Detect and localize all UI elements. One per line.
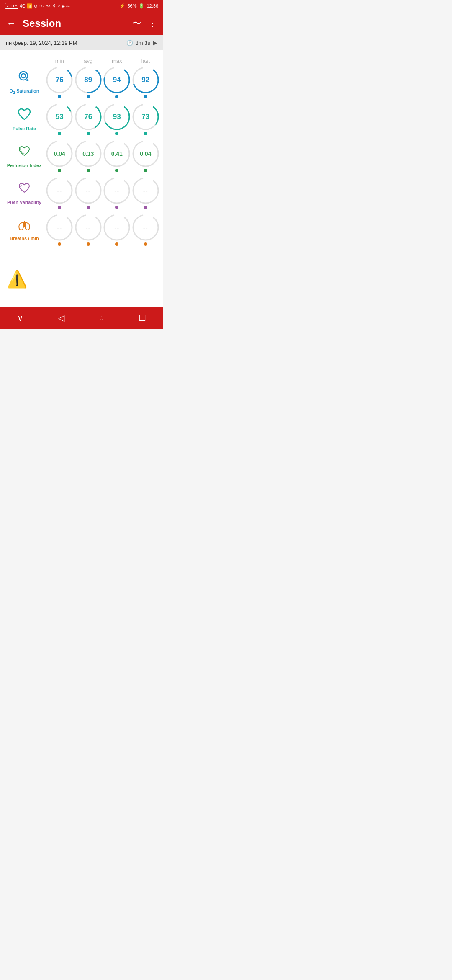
pulse-label: Pulse Rate xyxy=(3,105,45,133)
o2-min-value: 76 xyxy=(56,76,64,84)
warning-section: ⚠️ xyxy=(0,257,163,307)
battery-percent: 56% xyxy=(127,3,136,8)
perfusion-avg-dot xyxy=(87,169,90,172)
page-title: Session xyxy=(23,18,132,29)
o2-avg-value: 89 xyxy=(84,76,92,84)
nav-home-button[interactable]: ○ xyxy=(99,313,104,323)
pleth-max-gauge: -- xyxy=(103,176,131,209)
pleth-min-dot xyxy=(58,206,61,209)
perfusion-avg-gauge: 0.13 xyxy=(74,139,103,172)
breaths-last-gauge: -- xyxy=(131,213,160,246)
o2-avg-dot xyxy=(87,95,90,98)
perfusion-last-gauge: 0.04 xyxy=(131,139,160,172)
back-button[interactable]: ← xyxy=(7,18,16,29)
metric-row-breaths: Breaths / min -- -- xyxy=(3,213,160,246)
o2-min-dot xyxy=(58,95,61,98)
o2-label-text: O2 Saturation xyxy=(9,88,39,95)
o2-icon: 2 xyxy=(17,69,32,87)
pleth-min-value: -- xyxy=(57,187,62,194)
wifi-icon: ⊙ xyxy=(34,4,37,8)
duration-value: 8m 3s xyxy=(136,40,150,46)
svg-text:2: 2 xyxy=(26,77,29,82)
volte-indicator: VoLTE xyxy=(5,3,18,9)
pleth-label: Pleth Variability xyxy=(3,179,45,206)
pulse-avg-dot xyxy=(87,132,90,135)
nav-down-button[interactable]: ∨ xyxy=(17,313,23,323)
pleth-avg-dot xyxy=(87,206,90,209)
col-last: last xyxy=(131,58,160,64)
o2-max-value: 94 xyxy=(113,76,121,84)
session-date: пн февр. 19, 2024, 12:19 PM xyxy=(6,40,77,46)
pulse-min-value: 53 xyxy=(56,113,64,121)
perfusion-min-dot xyxy=(58,169,61,172)
pulse-last-value: 73 xyxy=(141,113,149,121)
o2-avg-gauge: 89 xyxy=(74,66,103,98)
perfusion-avg-value: 0.13 xyxy=(82,150,94,157)
headphone-icon: 🎙 xyxy=(52,4,56,8)
bottom-nav: ∨ ◁ ○ ☐ xyxy=(0,307,163,329)
more-button[interactable]: ⋮ xyxy=(148,18,157,28)
perfusion-last-value: 0.04 xyxy=(140,150,151,157)
perfusion-max-value: 0.41 xyxy=(111,150,123,157)
breaths-max-value: -- xyxy=(114,224,119,231)
breaths-last-dot xyxy=(144,242,147,246)
session-bar: пн февр. 19, 2024, 12:19 PM 🕐 8m 3s ▶ xyxy=(0,35,163,50)
pulse-label-text: Pulse Rate xyxy=(13,126,36,131)
pulse-avg-value: 76 xyxy=(84,113,92,121)
pulse-min-gauge: 53 xyxy=(45,103,74,135)
pleth-max-dot xyxy=(115,206,118,209)
ring-icon: ○ xyxy=(58,4,60,8)
app-bar-actions: 〜 ⋮ xyxy=(132,17,157,30)
metric-row-o2: 2 O2 Saturation 76 xyxy=(3,66,160,98)
pleth-max-value: -- xyxy=(114,187,119,194)
pulse-icon xyxy=(17,107,32,125)
pulse-last-gauge: 73 xyxy=(131,103,160,135)
perfusion-max-dot xyxy=(115,169,118,172)
o2-label: 2 O2 Saturation xyxy=(3,67,45,96)
pleth-label-text: Pleth Variability xyxy=(7,200,41,205)
breaths-min-dot xyxy=(58,242,61,246)
chart-button[interactable]: 〜 xyxy=(132,17,141,30)
vpn-icon: ◈ xyxy=(62,4,65,8)
pleth-icon xyxy=(17,181,32,199)
o2-last-dot xyxy=(144,95,147,98)
network-speed: 277 B/s xyxy=(39,4,51,8)
perfusion-last-dot xyxy=(144,169,147,172)
app-bar: ← Session 〜 ⋮ xyxy=(0,12,163,35)
clock-icon: 🕐 xyxy=(126,40,133,46)
perfusion-label-text: Perfusion Index xyxy=(7,163,42,168)
pleth-last-gauge: -- xyxy=(131,176,160,209)
pulse-last-dot xyxy=(144,132,147,135)
pleth-last-value: -- xyxy=(143,187,148,194)
session-duration: 🕐 8m 3s ▶ xyxy=(126,39,157,46)
metric-row-perfusion: Perfusion Index 0.04 0.13 xyxy=(3,139,160,172)
bluetooth-icon: ⚡ xyxy=(119,3,125,9)
play-button[interactable]: ▶ xyxy=(153,39,157,46)
pulse-min-dot xyxy=(58,132,61,135)
breaths-max-dot xyxy=(115,242,118,246)
pulse-max-dot xyxy=(115,132,118,135)
pleth-avg-gauge: -- xyxy=(74,176,103,209)
o2-last-value: 92 xyxy=(141,76,149,84)
metric-row-pleth: Pleth Variability -- -- xyxy=(3,176,160,209)
metric-row-pulse: Pulse Rate 53 76 xyxy=(3,103,160,135)
nav-back-button[interactable]: ◁ xyxy=(58,313,64,323)
pulse-max-value: 93 xyxy=(113,113,121,121)
col-max: max xyxy=(103,58,131,64)
breaths-avg-dot xyxy=(87,242,90,246)
breaths-avg-value: -- xyxy=(86,224,91,231)
whatsapp-icon: ◎ xyxy=(66,4,70,8)
col-min: min xyxy=(45,58,74,64)
nav-recent-button[interactable]: ☐ xyxy=(139,313,146,323)
breaths-label-text: Breaths / min xyxy=(10,236,39,241)
status-left: VoLTE 4G 📶 ⊙ 277 B/s 🎙 ○ ◈ ◎ xyxy=(5,3,70,9)
svg-point-1 xyxy=(21,74,26,78)
clock: 12:36 xyxy=(146,3,158,8)
pleth-avg-value: -- xyxy=(86,187,91,194)
o2-max-dot xyxy=(115,95,118,98)
breaths-last-value: -- xyxy=(143,224,148,231)
perfusion-label: Perfusion Index xyxy=(3,142,45,170)
status-bar: VoLTE 4G 📶 ⊙ 277 B/s 🎙 ○ ◈ ◎ ⚡ 56% 🔋 12:… xyxy=(0,0,163,12)
perfusion-min-value: 0.04 xyxy=(54,150,65,157)
breaths-max-gauge: -- xyxy=(103,213,131,246)
